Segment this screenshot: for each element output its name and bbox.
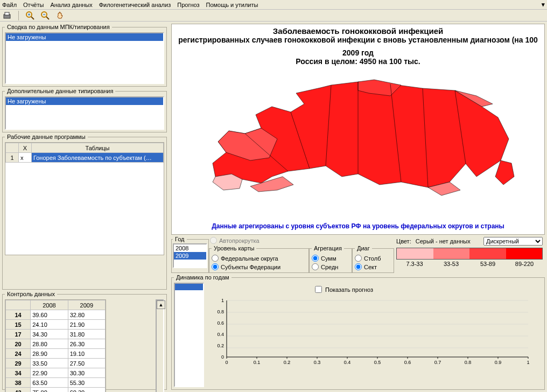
toolbar-sep (18, 11, 19, 20)
map-area: Заболеваемость гонококковой инфекцией ре… (171, 24, 545, 235)
table-row[interactable]: 3422.9030.30 (6, 368, 106, 378)
svg-text:0.4: 0.4 (344, 360, 351, 365)
svg-text:0.7: 0.7 (434, 360, 441, 365)
svg-text:0.9: 0.9 (495, 360, 502, 365)
year-list[interactable]: 2008 2009 (173, 243, 207, 268)
program-data-panel: Рабочие данные программы X Таблицы 1 x Г… (2, 134, 167, 290)
menu-help[interactable]: Помощь и утилиты (206, 2, 258, 8)
toolbar (0, 10, 547, 22)
svg-text:0.3: 0.3 (314, 360, 321, 365)
prog-row-x[interactable]: x (19, 153, 32, 163)
year-legend: Год (173, 236, 187, 242)
ctrl-col-1[interactable]: 2009 (68, 300, 105, 310)
svg-text:1: 1 (221, 298, 224, 303)
zoom-out-icon[interactable] (40, 11, 50, 20)
table-row[interactable]: 2428.9019.10 (6, 349, 106, 359)
color-nodata: Серый - нет данных (416, 238, 471, 244)
diag-opt-col[interactable]: Столб (355, 255, 391, 262)
scroll-up-icon[interactable]: ▲ (157, 300, 165, 309)
map-total: Россия в целом: 4950 на 100 тыс. (174, 57, 542, 66)
diag-panel: Диаг Столб Сект (352, 245, 394, 273)
map-year: 2009 год (174, 48, 542, 57)
data-control-scrollbar[interactable]: ▲ (156, 299, 164, 392)
table-row[interactable]: 1 x Гонорея Заболеваемость по субъектам … (6, 153, 164, 163)
summary-item[interactable]: Не загружены (6, 33, 163, 41)
map-footnote: Данные агрегированы с уровня субъектов Р… (172, 222, 544, 230)
agg-opt-avg[interactable]: Средн (312, 263, 349, 270)
list-item[interactable] (175, 284, 203, 290)
diag-legend: Диаг (355, 245, 372, 251)
data-control-grid[interactable]: 2008 2009 1439.6032.801524.1021.901734.3… (5, 299, 106, 392)
svg-text:0.6: 0.6 (217, 320, 224, 326)
autoscroll-radio[interactable] (210, 237, 217, 244)
table-row[interactable]: 3863.5055.30 (6, 378, 106, 388)
table-row[interactable]: 1734.3031.80 (6, 330, 106, 339)
svg-text:0.2: 0.2 (284, 360, 291, 365)
summary-list[interactable]: Не загружены (5, 32, 164, 84)
pan-hand-icon[interactable] (55, 11, 65, 20)
autoscroll-label: Автопрокрутка (219, 237, 260, 244)
color-legend-bar (396, 248, 543, 260)
summary-legend: Сводка по данным МПК/типирования (5, 24, 112, 30)
prog-col-x[interactable]: X (19, 143, 32, 153)
menubar: Файл Отчёты Анализ данных Филогенетическ… (0, 0, 547, 10)
agg-panel: Агрегация Сумм Средн (309, 245, 352, 273)
table-row[interactable]: 1439.6032.80 (6, 310, 106, 320)
svg-text:0.5: 0.5 (374, 360, 381, 365)
additional-item[interactable]: Не загружены (6, 97, 163, 105)
show-prognosis-checkbox[interactable]: Показать прогноз (315, 286, 537, 293)
color-label: Цвет: (396, 238, 411, 244)
svg-text:0.8: 0.8 (217, 309, 224, 314)
prog-col-tables[interactable]: Таблицы (32, 143, 164, 153)
level-opt-sub[interactable]: Субъекты Федерации (212, 263, 306, 270)
menu-reports[interactable]: Отчёты (23, 2, 44, 8)
menu-prognosis[interactable]: Прогноз (177, 2, 199, 8)
svg-text:0.8: 0.8 (465, 360, 472, 365)
level-legend: Уровень карты (212, 245, 256, 251)
summary-panel: Сводка по данным МПК/типирования Не загр… (2, 24, 167, 87)
map-title: Заболеваемость гонококковой инфекцией (174, 26, 542, 36)
level-opt-fed[interactable]: Федеральные округа (212, 255, 306, 262)
table-row[interactable]: 2933.5027.50 (6, 359, 106, 368)
menu-analysis[interactable]: Анализ данных (50, 2, 92, 8)
map-subtitle: регистрированных случаев гонококковой ин… (174, 36, 542, 44)
ctrl-col-0[interactable]: 2008 (31, 300, 68, 310)
program-data-grid[interactable]: X Таблицы 1 x Гонорея Заболеваемость по … (5, 142, 164, 255)
zoom-in-icon[interactable] (25, 11, 35, 20)
dynamics-chart[interactable]: 00.20.40.60.81 00.10.20.30.40.50.60.70.8… (207, 295, 537, 365)
svg-text:0: 0 (225, 360, 228, 365)
year-option-2009[interactable]: 2009 (174, 252, 206, 260)
data-control-panel: Контроль данных 2008 2009 1439.6032.8015… (2, 291, 167, 390)
russia-map[interactable] (197, 69, 520, 209)
prog-row-table[interactable]: Гонорея Заболеваемость по субъектам (… (32, 153, 164, 163)
additional-legend: Дополнительные данные типирования (5, 88, 115, 94)
print-icon[interactable] (2, 11, 12, 20)
svg-text:0.2: 0.2 (217, 343, 224, 348)
diag-opt-sect[interactable]: Сект (355, 263, 391, 270)
color-legend-labels: 7.3-33 33-53 53-89 89-220 (396, 261, 543, 267)
table-row[interactable]: 1524.1021.90 (6, 320, 106, 330)
svg-text:0.6: 0.6 (404, 360, 411, 365)
prog-row-num: 1 (6, 153, 19, 163)
dynamics-panel: Динамика по годам Показать прогноз (171, 274, 545, 390)
svg-text:0.1: 0.1 (254, 360, 261, 365)
svg-line-3 (31, 17, 34, 19)
level-panel: Уровень карты Федеральные округа Субъект… (209, 245, 309, 273)
menu-collapse-icon[interactable]: ▾ (542, 1, 545, 8)
program-data-legend: Рабочие данные программы (5, 134, 88, 140)
agg-legend: Агрегация (312, 245, 344, 251)
dynamics-series-list[interactable] (174, 283, 204, 387)
svg-text:0: 0 (221, 354, 224, 360)
menu-phylo[interactable]: Филогенетический анализ (99, 2, 171, 8)
additional-panel: Дополнительные данные типирования Не заг… (2, 88, 167, 132)
svg-line-7 (46, 17, 49, 19)
table-row[interactable]: 4275.8060.30 (6, 388, 106, 393)
agg-opt-sum[interactable]: Сумм (312, 255, 349, 262)
map-controls: Год 2008 2009 Автопрокрутка Уровень карт… (171, 236, 545, 273)
color-mode-select[interactable]: Дискретный (483, 237, 543, 246)
additional-list[interactable]: Не загружены (5, 96, 164, 130)
table-row[interactable]: 2028.8026.30 (6, 339, 106, 349)
year-option-2008[interactable]: 2008 (174, 244, 206, 252)
menu-file[interactable]: Файл (2, 2, 17, 8)
data-control-legend: Контроль данных (5, 291, 57, 297)
